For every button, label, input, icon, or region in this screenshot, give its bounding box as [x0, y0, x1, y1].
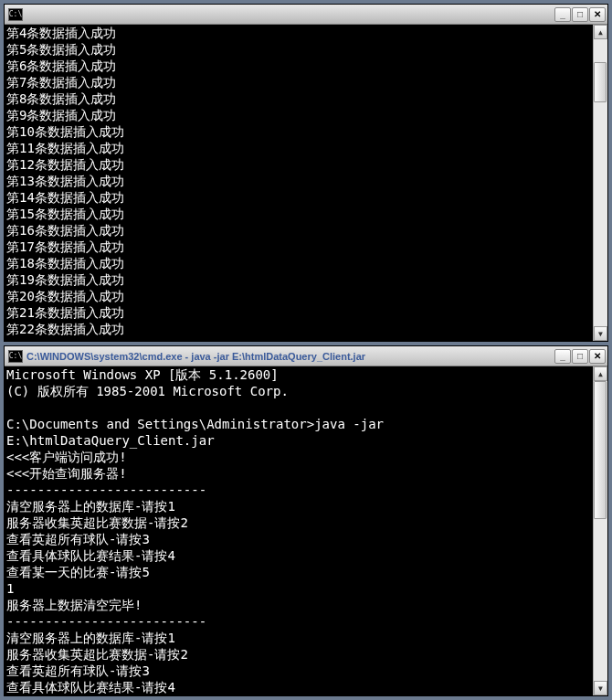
close-button[interactable]: ✕: [589, 349, 606, 364]
scroll-thumb[interactable]: [594, 381, 607, 519]
maximize-button[interactable]: □: [572, 349, 588, 364]
scroll-down-button[interactable]: ▼: [594, 681, 607, 695]
console-window-1: C:\ _ □ ✕ 第4条数据插入成功 第5条数据插入成功 第6条数据插入成功 …: [4, 4, 608, 342]
maximize-button[interactable]: □: [572, 7, 588, 22]
scroll-up-button[interactable]: ▲: [594, 25, 607, 39]
scroll-down-button[interactable]: ▼: [594, 326, 607, 341]
console-output-2[interactable]: Microsoft Windows XP [版本 5.1.2600] (C) 版…: [5, 366, 593, 695]
titlebar-buttons: _ □ ✕: [554, 7, 606, 22]
cmd-icon: C:\: [8, 350, 23, 363]
cmd-icon: C:\: [8, 8, 23, 21]
scrollbar-1: ▲ ▼: [593, 25, 607, 341]
titlebar-2[interactable]: C:\ C:\WINDOWS\system32\cmd.exe - java -…: [5, 346, 607, 366]
console-body-1: 第4条数据插入成功 第5条数据插入成功 第6条数据插入成功 第7条数据插入成功 …: [5, 25, 607, 341]
console-body-2: Microsoft Windows XP [版本 5.1.2600] (C) 版…: [5, 366, 607, 695]
console-output-1[interactable]: 第4条数据插入成功 第5条数据插入成功 第6条数据插入成功 第7条数据插入成功 …: [5, 25, 593, 341]
console-window-2: C:\ C:\WINDOWS\system32\cmd.exe - java -…: [4, 345, 608, 696]
scrollbar-2: ▲ ▼: [593, 366, 607, 695]
close-button[interactable]: ✕: [589, 7, 606, 22]
titlebar-buttons: _ □ ✕: [554, 349, 606, 364]
titlebar-1[interactable]: C:\ _ □ ✕: [5, 5, 607, 25]
scroll-up-button[interactable]: ▲: [594, 366, 607, 381]
scroll-track[interactable]: [594, 39, 607, 326]
scroll-track[interactable]: [594, 381, 607, 681]
minimize-button[interactable]: _: [554, 7, 571, 22]
scroll-thumb[interactable]: [594, 62, 607, 102]
window-title: C:\WINDOWS\system32\cmd.exe - java -jar …: [26, 351, 554, 362]
minimize-button[interactable]: _: [554, 349, 571, 364]
